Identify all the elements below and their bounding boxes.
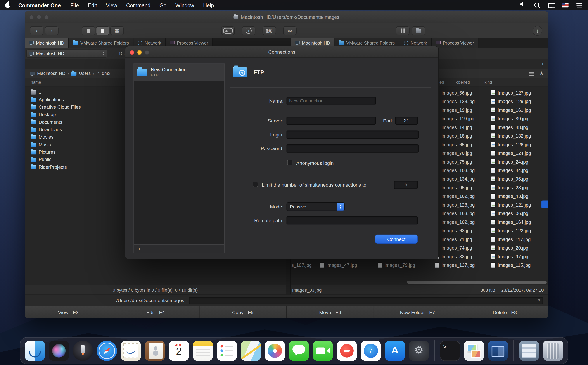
hidden-files-toggle-button[interactable]: [221, 26, 235, 35]
brief-view-button[interactable]: [82, 26, 95, 35]
app-menu-title[interactable]: Commander One: [18, 2, 61, 8]
file-row[interactable]: Images_132.jpg: [491, 132, 547, 140]
preview-button[interactable]: ◉: [262, 26, 276, 35]
notes-dock-icon[interactable]: [193, 341, 213, 361]
file-row[interactable]: Images_128.jpg: [435, 200, 490, 209]
column-header-created[interactable]: ed: [439, 80, 444, 84]
dialog-minimize-button[interactable]: [137, 50, 142, 55]
chevron-down-icon[interactable]: [537, 298, 541, 302]
pointer-icon[interactable]: [519, 2, 526, 8]
file-row[interactable]: Images_103.jpg: [435, 166, 490, 175]
column-header-name[interactable]: name: [31, 80, 41, 84]
view-options-icon[interactable]: [529, 72, 534, 73]
add-connection-button[interactable]: +: [134, 245, 145, 253]
connection-list-item[interactable]: New Connection FTP: [134, 64, 224, 81]
file-row[interactable]: Images_97.jpg: [491, 252, 547, 261]
commander-one-dock-icon[interactable]: [488, 341, 508, 361]
breadcrumb-item[interactable]: Users: [79, 71, 91, 76]
file-row-partial[interactable]: Images_47.jpg: [320, 261, 357, 269]
fkey-move-f6[interactable]: Move - F6: [287, 306, 374, 318]
command-line-combo[interactable]: [189, 297, 543, 304]
file-row[interactable]: Images_119.jpg: [435, 114, 490, 123]
menu-item-command[interactable]: Command: [126, 2, 150, 8]
red-circle-app-dock-icon[interactable]: [337, 341, 357, 361]
dialog-zoom-button[interactable]: [145, 50, 149, 55]
fkey-copy-f5[interactable]: Copy - F5: [199, 306, 286, 318]
breadcrumb-item[interactable]: Macintosh HD: [37, 71, 65, 76]
facetime-dock-icon[interactable]: [313, 341, 333, 361]
photos-dock-icon[interactable]: [265, 341, 285, 361]
back-button[interactable]: [30, 26, 43, 35]
download-button[interactable]: [532, 26, 542, 35]
add-tab-button[interactable]: +: [539, 61, 546, 67]
file-row[interactable]: Images_19.jpg: [435, 106, 490, 114]
dialog-close-button[interactable]: [130, 50, 134, 55]
password-input[interactable]: [287, 144, 418, 153]
menu-item-view[interactable]: View: [106, 2, 117, 8]
file-row[interactable]: Images_66.jpg: [435, 88, 490, 97]
siri-dock-icon[interactable]: [49, 341, 69, 361]
fkey-delete-f8[interactable]: Delete - F8: [461, 306, 548, 318]
file-row[interactable]: Images_122.jpg: [491, 226, 547, 235]
remote-path-input[interactable]: [287, 216, 418, 225]
menu-item-edit[interactable]: Edit: [88, 2, 97, 8]
preview-dock-icon[interactable]: [464, 341, 484, 361]
reminders-dock-icon[interactable]: [217, 341, 237, 361]
close-button[interactable]: [29, 15, 34, 20]
fkey-edit-f4[interactable]: Edit - F4: [112, 306, 199, 318]
file-row[interactable]: Images_96.jpg: [491, 175, 547, 183]
file-row[interactable]: Images_28.jpg: [491, 183, 547, 192]
app-store-dock-icon[interactable]: [385, 341, 405, 361]
anonymous-login-checkbox[interactable]: [287, 160, 292, 165]
mail-dock-icon[interactable]: [121, 341, 141, 361]
file-row[interactable]: Images_70.jpg: [435, 149, 490, 157]
file-row[interactable]: Images_95.jpg: [435, 183, 490, 192]
file-row[interactable]: Images_102.jpg: [435, 218, 490, 226]
file-row[interactable]: Images_68.jpg: [435, 226, 490, 235]
menu-item-file[interactable]: File: [70, 2, 79, 8]
search-icon[interactable]: [534, 2, 540, 8]
fkey-new-folder-f7[interactable]: New Folder - F7: [374, 306, 461, 318]
column-header-opened[interactable]: opened: [456, 80, 470, 84]
trash-dock-icon[interactable]: [543, 341, 563, 361]
file-row[interactable]: Images_43.jpg: [491, 192, 547, 200]
system-preferences-dock-icon[interactable]: [409, 341, 429, 361]
file-row-partial[interactable]: Images_79.jpg: [378, 261, 415, 269]
file-row[interactable]: Images_117.jpg: [491, 235, 547, 243]
file-row[interactable]: Images_133.jpg: [435, 97, 490, 106]
remove-connection-button[interactable]: −: [145, 245, 156, 253]
login-input[interactable]: [287, 130, 418, 139]
tab-vmware-shared-folders[interactable]: VMware Shared Folders: [69, 38, 134, 48]
port-input[interactable]: [395, 117, 418, 125]
file-row[interactable]: Images_161.jpg: [491, 106, 547, 114]
connect-button[interactable]: Connect: [375, 235, 418, 244]
file-row[interactable]: Images_115.jpg: [491, 261, 547, 269]
tab-process-viewer[interactable]: Process Viewer: [432, 38, 479, 48]
file-row[interactable]: Images_121.jpg: [491, 200, 547, 209]
name-input[interactable]: [287, 97, 376, 105]
apple-menu-icon[interactable]: [5, 2, 10, 8]
finder-dock-icon[interactable]: [25, 341, 45, 361]
contacts-dock-icon[interactable]: [145, 341, 165, 361]
file-row[interactable]: Images_74.jpg: [435, 244, 490, 252]
file-row[interactable]: Images_75.jpg: [435, 157, 490, 166]
tab-macintosh-hd[interactable]: Macintosh HD: [25, 38, 69, 48]
file-row[interactable]: Images_129.jpg: [491, 97, 547, 106]
window-titlebar[interactable]: Macintosh HD/Users/dmx/Documents/Images: [25, 11, 548, 23]
file-row[interactable]: Images_127.jpg: [491, 88, 547, 97]
file-row[interactable]: Images_71.jpg: [435, 235, 490, 243]
file-row[interactable]: Images_134.jpg: [435, 175, 490, 183]
file-row[interactable]: Images_124.jpg: [491, 149, 547, 157]
file-row[interactable]: Images_14.jpg: [435, 123, 490, 131]
file-row[interactable]: Images_162.jpg: [435, 192, 490, 200]
drive-selector[interactable]: Macintosh HD ▲▼: [26, 49, 107, 58]
safari-dock-icon[interactable]: [97, 341, 117, 361]
file-row[interactable]: Images_38.jpg: [435, 252, 490, 261]
file-row[interactable]: Images_163.jpg: [435, 209, 490, 218]
limit-connections-checkbox[interactable]: [253, 182, 258, 187]
queue-button[interactable]: [396, 26, 410, 35]
menu-item-go[interactable]: Go: [159, 2, 166, 8]
file-row[interactable]: Images_06.jpg: [491, 209, 547, 218]
downloads-dock-icon[interactable]: [519, 341, 539, 361]
zoom-button[interactable]: [44, 15, 49, 20]
